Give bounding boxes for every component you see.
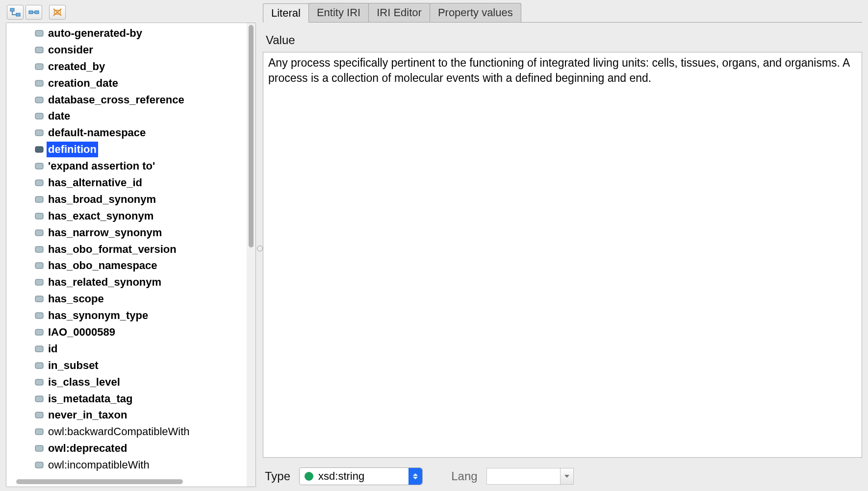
annotation-property-icon bbox=[35, 80, 44, 87]
annotation-property-icon bbox=[35, 146, 44, 153]
tree-item[interactable]: never_in_taxon bbox=[6, 407, 247, 423]
tree-item[interactable]: auto-generated-by bbox=[6, 25, 247, 42]
tree-item-label: has_exact_synonym bbox=[47, 208, 155, 224]
tree-item[interactable]: created_by bbox=[6, 58, 247, 75]
value-textarea[interactable] bbox=[263, 52, 862, 458]
tree-item-label: has_scope bbox=[47, 291, 105, 307]
svg-rect-12 bbox=[35, 147, 43, 152]
svg-rect-11 bbox=[35, 130, 43, 136]
tree-item-label: consider bbox=[47, 42, 95, 58]
tree-item-label: never_in_taxon bbox=[47, 407, 128, 423]
tree-item[interactable]: has_exact_synonym bbox=[6, 208, 247, 224]
tree-item[interactable]: is_metadata_tag bbox=[6, 391, 247, 407]
delete-property-button[interactable] bbox=[49, 5, 66, 20]
tree-item[interactable]: has_narrow_synonym bbox=[6, 224, 247, 241]
type-label: Type bbox=[265, 469, 290, 483]
tree-item-label: owl:backwardCompatibleWith bbox=[47, 424, 191, 440]
svg-rect-27 bbox=[35, 396, 43, 402]
horizontal-scroll-thumb[interactable] bbox=[16, 479, 183, 484]
tree-item[interactable]: has_obo_format_version bbox=[6, 241, 247, 258]
chevron-down-icon bbox=[564, 475, 569, 478]
datatype-dot-icon bbox=[305, 472, 313, 481]
tree-item[interactable]: date bbox=[6, 108, 247, 124]
tree-item[interactable]: consider bbox=[6, 42, 247, 58]
vertical-scroll-thumb[interactable] bbox=[249, 25, 254, 247]
tree-item-label: IAO_0000589 bbox=[47, 324, 117, 340]
type-select[interactable]: xsd:string bbox=[299, 467, 423, 485]
annotation-property-icon bbox=[35, 47, 44, 53]
tree-item[interactable]: database_cross_reference bbox=[6, 92, 247, 108]
tree-item[interactable]: has_obo_namespace bbox=[6, 257, 247, 274]
svg-rect-16 bbox=[35, 213, 43, 219]
svg-rect-9 bbox=[35, 97, 43, 103]
lang-label: Lang bbox=[451, 469, 477, 483]
annotation-property-icon bbox=[35, 97, 44, 103]
tree-item[interactable]: creation_date bbox=[6, 75, 247, 92]
annotation-property-icon bbox=[35, 163, 44, 170]
svg-rect-21 bbox=[35, 296, 43, 302]
splitter-handle[interactable] bbox=[257, 246, 263, 251]
tree-item-label: has_narrow_synonym bbox=[47, 225, 163, 241]
tree-item[interactable]: has_related_synonym bbox=[6, 274, 247, 291]
svg-rect-1 bbox=[16, 13, 20, 16]
tree-item-label: owl:deprecated bbox=[47, 441, 128, 456]
tree-item-label: owl:incompatibleWith bbox=[47, 457, 151, 473]
tree-item-label: auto-generated-by bbox=[47, 25, 144, 41]
tree-item-label: has_synonym_type bbox=[47, 308, 150, 323]
tree-item[interactable]: has_synonym_type bbox=[6, 307, 247, 324]
lang-dropdown-button[interactable] bbox=[560, 468, 574, 485]
svg-rect-3 bbox=[35, 11, 39, 14]
tree-item-label: id bbox=[47, 341, 59, 357]
tree-item-label: is_class_level bbox=[47, 374, 122, 390]
tree-item[interactable]: has_scope bbox=[6, 291, 247, 307]
tree-item-label: 'expand assertion to' bbox=[47, 158, 156, 174]
svg-rect-30 bbox=[35, 445, 43, 451]
tree-item-label: has_related_synonym bbox=[47, 274, 163, 290]
tab-entity-iri[interactable]: Entity IRI bbox=[308, 3, 369, 22]
tree-item[interactable]: is_class_level bbox=[6, 374, 247, 391]
tree-item[interactable]: has_broad_synonym bbox=[6, 191, 247, 208]
svg-rect-28 bbox=[35, 412, 43, 418]
tree-item[interactable]: owl:deprecated bbox=[6, 440, 247, 457]
annotation-property-icon bbox=[35, 129, 44, 136]
type-value: xsd:string bbox=[318, 470, 364, 483]
svg-rect-6 bbox=[35, 47, 43, 53]
svg-rect-17 bbox=[35, 230, 43, 236]
tree-asserted-button[interactable] bbox=[7, 5, 24, 20]
tree-scroll-area[interactable]: auto-generated-byconsidercreated_bycreat… bbox=[6, 23, 247, 487]
tab-iri-editor[interactable]: IRI Editor bbox=[368, 3, 430, 22]
tree-item[interactable]: owl:incompatibleWith bbox=[6, 457, 247, 473]
svg-rect-5 bbox=[35, 30, 43, 36]
svg-rect-18 bbox=[35, 246, 43, 252]
annotation-property-icon bbox=[35, 412, 44, 418]
tree-item[interactable]: default-namespace bbox=[6, 124, 247, 141]
svg-rect-10 bbox=[35, 113, 43, 119]
tree-item[interactable]: owl:backwardCompatibleWith bbox=[6, 423, 247, 440]
tree-item-label: has_alternative_id bbox=[47, 175, 144, 191]
annotation-property-icon bbox=[35, 213, 44, 220]
tab-property-values[interactable]: Property values bbox=[430, 3, 521, 22]
annotation-property-icon bbox=[35, 329, 44, 336]
svg-rect-14 bbox=[35, 180, 43, 186]
svg-rect-13 bbox=[35, 163, 43, 169]
horizontal-scrollbar[interactable] bbox=[7, 478, 246, 486]
left-toolbar bbox=[6, 4, 256, 21]
tree-item[interactable]: IAO_0000589 bbox=[6, 324, 247, 341]
tab-literal[interactable]: Literal bbox=[263, 3, 309, 23]
tree-item[interactable]: in_subset bbox=[6, 357, 247, 374]
tree-item-label: date bbox=[47, 108, 72, 124]
annotation-property-icon bbox=[35, 246, 44, 253]
annotation-property-icon bbox=[35, 345, 44, 352]
svg-rect-20 bbox=[35, 279, 43, 285]
vertical-scrollbar[interactable] bbox=[247, 23, 255, 487]
tree-item[interactable]: has_alternative_id bbox=[6, 174, 247, 191]
tree-item[interactable]: id bbox=[6, 341, 247, 357]
annotation-property-icon bbox=[35, 312, 44, 319]
tree-inferred-button[interactable] bbox=[26, 5, 42, 20]
tree-item[interactable]: definition bbox=[6, 141, 247, 158]
annotation-property-icon bbox=[35, 395, 44, 402]
lang-input[interactable] bbox=[486, 468, 560, 485]
tree-item-label: database_cross_reference bbox=[47, 92, 186, 108]
tree-item[interactable]: 'expand assertion to' bbox=[6, 158, 247, 174]
annotation-property-icon bbox=[35, 30, 44, 37]
